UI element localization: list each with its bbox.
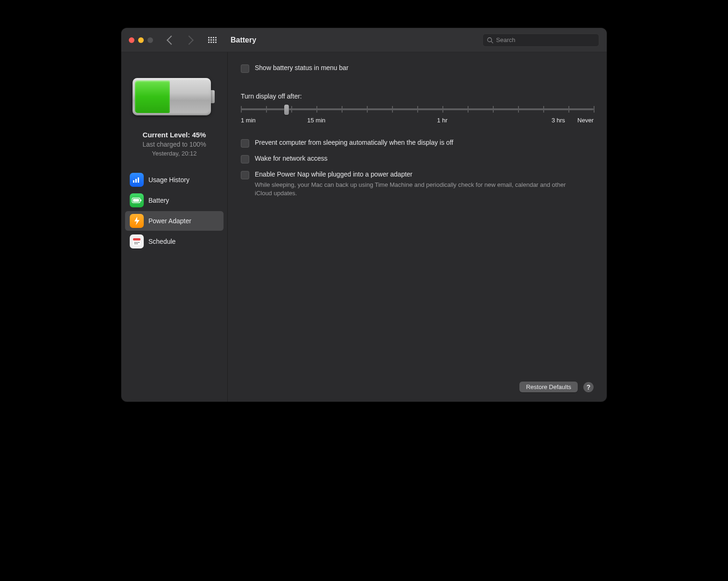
- sidebar-item-usage-history[interactable]: Usage History: [125, 170, 224, 190]
- sidebar-item-schedule[interactable]: Schedule: [125, 232, 224, 251]
- slider-title: Turn display off after:: [241, 92, 594, 100]
- close-button[interactable]: [129, 37, 134, 43]
- battery-icon: [130, 193, 144, 207]
- search-icon: [487, 37, 493, 43]
- page-title: Battery: [231, 36, 256, 44]
- back-button[interactable]: [167, 35, 176, 45]
- svg-rect-4: [138, 177, 139, 183]
- last-charged-label: Last charged to 100%: [142, 141, 206, 148]
- power-nap-description: While sleeping, your Mac can back up usi…: [255, 181, 581, 198]
- wake-network-checkbox[interactable]: [241, 155, 249, 163]
- sidebar: Current Level: 45% Last charged to 100% …: [121, 52, 228, 402]
- display-off-slider[interactable]: [241, 108, 594, 110]
- last-charged-time: Yesterday, 20:12: [142, 150, 206, 157]
- battery-graphic: [133, 76, 217, 118]
- sidebar-item-battery[interactable]: Battery: [125, 191, 224, 210]
- prevent-sleep-checkbox[interactable]: [241, 139, 249, 148]
- show-menu-bar-label: Show battery status in menu bar: [255, 64, 349, 72]
- sidebar-item-power-adapter[interactable]: Power Adapter: [125, 211, 224, 231]
- power-nap-checkbox[interactable]: [241, 171, 249, 179]
- minimize-button[interactable]: [138, 37, 144, 43]
- svg-rect-7: [140, 199, 141, 201]
- svg-rect-6: [133, 199, 139, 202]
- svg-rect-10: [133, 238, 140, 241]
- help-button[interactable]: ?: [583, 382, 594, 392]
- svg-rect-3: [135, 179, 137, 183]
- svg-rect-2: [133, 180, 134, 183]
- svg-rect-14: [134, 243, 136, 244]
- prevent-sleep-label: Prevent computer from sleeping automatic…: [255, 138, 453, 147]
- svg-rect-12: [136, 242, 138, 243]
- svg-line-1: [491, 41, 493, 43]
- show-menu-bar-checkbox[interactable]: [241, 64, 249, 73]
- traffic-lights: [129, 37, 153, 43]
- grid-icon[interactable]: [208, 37, 217, 43]
- svg-rect-15: [136, 243, 138, 244]
- search-input[interactable]: [496, 36, 595, 43]
- slider-labels: 1 min 15 min 1 hr 3 hrs Never: [241, 117, 594, 125]
- schedule-icon: [130, 234, 144, 248]
- sidebar-item-label: Schedule: [148, 238, 175, 245]
- maximize-button[interactable]: [147, 37, 153, 43]
- wake-network-label: Wake for network access: [255, 154, 328, 163]
- svg-rect-11: [134, 242, 136, 243]
- preferences-window: Battery Current Level: 45% Last charged …: [121, 28, 607, 402]
- power-nap-label: Enable Power Nap while plugged into a po…: [255, 170, 581, 179]
- restore-defaults-button[interactable]: Restore Defaults: [519, 382, 578, 392]
- sidebar-item-label: Power Adapter: [148, 217, 191, 225]
- main-content: Show battery status in menu bar Turn dis…: [228, 52, 607, 402]
- slider-thumb[interactable]: [284, 105, 289, 115]
- svg-marker-8: [134, 217, 140, 225]
- forward-button: [184, 35, 194, 45]
- search-field[interactable]: [483, 34, 599, 47]
- power-adapter-icon: [130, 214, 144, 228]
- sidebar-item-label: Usage History: [148, 176, 189, 184]
- toolbar: Battery: [121, 28, 607, 52]
- usage-history-icon: [130, 173, 144, 187]
- svg-rect-13: [138, 242, 140, 243]
- current-level-label: Current Level: 45%: [142, 131, 206, 139]
- sidebar-item-label: Battery: [148, 197, 169, 204]
